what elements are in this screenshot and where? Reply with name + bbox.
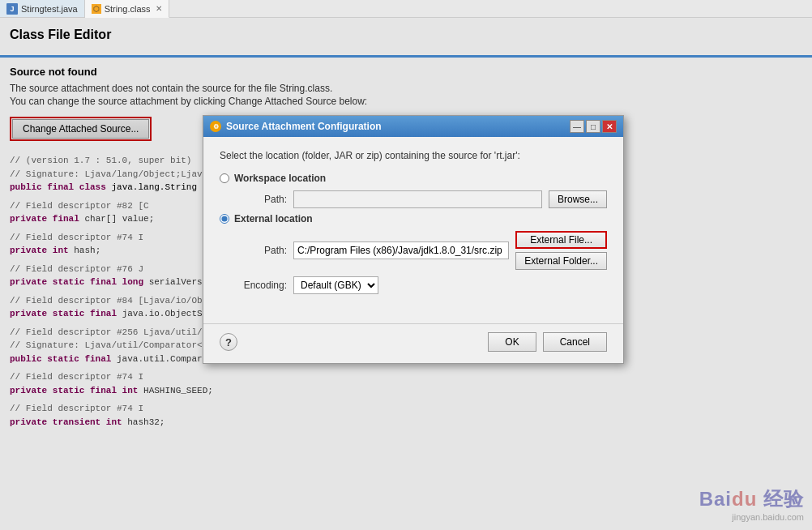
workspace-path-row: Path: Browse... <box>234 190 607 208</box>
class-file-icon: ⬡ <box>92 4 101 14</box>
editor-area: Class File Editor Source not found The s… <box>0 18 812 530</box>
workspace-path-label: Path: <box>234 194 287 205</box>
external-file-button[interactable]: External File... <box>515 231 607 249</box>
ok-cancel-group: OK Cancel <box>488 332 607 352</box>
tab-string-class-label: String.class <box>105 4 151 14</box>
encoding-label: Encoding: <box>234 280 287 291</box>
external-path-row: Path: External File... External Folder..… <box>234 231 607 270</box>
external-location-radio[interactable] <box>220 214 229 224</box>
workspace-location-option: Workspace location <box>220 173 607 184</box>
cancel-button[interactable]: Cancel <box>543 332 607 352</box>
dialog-controls: — □ ✕ <box>570 120 617 133</box>
workspace-location-radio[interactable] <box>220 173 229 183</box>
ide-window: J Stirngtest.java ⬡ String.class ✕ Class… <box>0 0 812 530</box>
dialog-footer: ? OK Cancel <box>203 332 623 363</box>
right-buttons: External File... External Folder... <box>515 231 607 270</box>
tab-bar: J Stirngtest.java ⬡ String.class ✕ <box>0 0 812 18</box>
external-folder-button[interactable]: External Folder... <box>515 252 607 270</box>
dialog-title-icon: ⚙ <box>210 121 221 132</box>
dialog-body: Select the location (folder, JAR or zip)… <box>203 137 623 314</box>
workspace-browse-button[interactable]: Browse... <box>549 190 607 208</box>
tab-stirngtest-label: Stirngtest.java <box>21 4 78 14</box>
tab-close-icon[interactable]: ✕ <box>156 4 162 13</box>
dialog-separator <box>203 323 623 324</box>
external-path-label: Path: <box>234 245 287 256</box>
external-path-input[interactable] <box>293 241 509 259</box>
dialog-close-button[interactable]: ✕ <box>602 120 617 133</box>
tab-stirngtest-java[interactable]: J Stirngtest.java <box>0 0 85 17</box>
dialog-source-attachment: ⚙ Source Attachment Configuration — □ ✕ … <box>203 115 624 364</box>
workspace-path-input[interactable] <box>293 190 542 208</box>
dialog-restore-button[interactable]: □ <box>586 120 600 133</box>
java-file-icon: J <box>6 3 18 15</box>
ok-button[interactable]: OK <box>488 332 536 352</box>
dialog-minimize-button[interactable]: — <box>570 120 584 133</box>
dialog-description: Select the location (folder, JAR or zip)… <box>220 150 607 161</box>
encoding-select[interactable]: Default (GBK) <box>293 276 378 294</box>
tab-string-class[interactable]: ⬡ String.class ✕ <box>85 0 169 18</box>
external-location-option: External location <box>220 213 607 224</box>
dialog-title-text: Source Attachment Configuration <box>226 121 382 132</box>
workspace-location-label: Workspace location <box>234 173 326 184</box>
encoding-row: Encoding: Default (GBK) <box>234 276 607 294</box>
help-button[interactable]: ? <box>220 333 237 351</box>
dialog-titlebar-left: ⚙ Source Attachment Configuration <box>210 121 382 132</box>
dialog-titlebar: ⚙ Source Attachment Configuration — □ ✕ <box>203 116 623 137</box>
modal-overlay: ⚙ Source Attachment Configuration — □ ✕ … <box>0 18 812 530</box>
external-location-label: External location <box>234 213 313 224</box>
